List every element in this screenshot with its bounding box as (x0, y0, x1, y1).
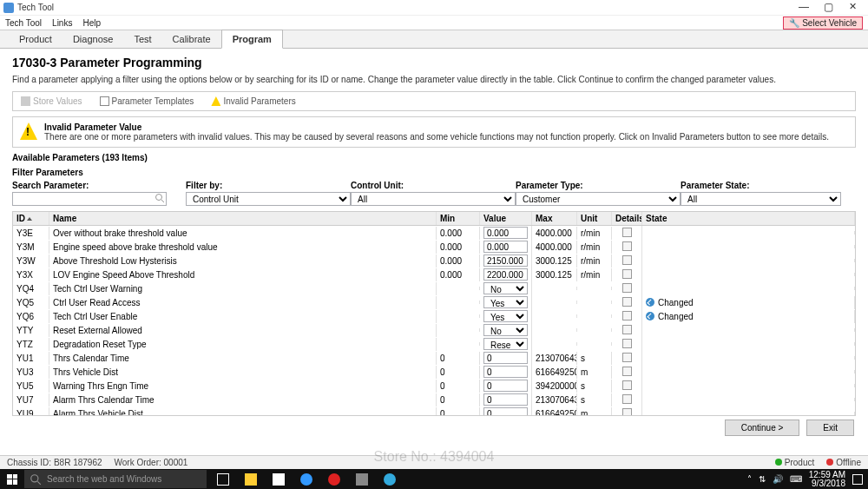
parameter-templates-button[interactable]: Parameter Templates (95, 95, 200, 108)
table-row[interactable]: Y3MEngine speed above brake threshold va… (13, 240, 855, 254)
taskbar-search[interactable]: Search the web and Windows (24, 470, 207, 488)
cell-details[interactable] (612, 226, 642, 241)
col-unit[interactable]: Unit (577, 212, 612, 225)
cell-details[interactable] (612, 254, 642, 268)
table-row[interactable]: Y3EOver without brake threshold value0.0… (13, 226, 855, 240)
tray-keyboard-icon[interactable]: ⌨ (790, 474, 802, 484)
cell-details[interactable] (612, 323, 642, 338)
filterby-select[interactable]: Control Unit (186, 192, 351, 206)
value-input[interactable] (483, 380, 528, 392)
table-row[interactable]: Y3XLOV Engine Speed Above Threshold0.000… (13, 268, 855, 281)
value-select[interactable]: Yes (483, 296, 528, 308)
select-vehicle-button[interactable]: 🔧Select Vehicle (783, 17, 863, 30)
value-input[interactable] (483, 352, 528, 364)
filter-row: Search Parameter: Filter by: Control Uni… (12, 181, 856, 206)
tab-program[interactable]: Program (221, 30, 283, 49)
value-select[interactable]: Reset type : (483, 338, 528, 350)
cell-unit (577, 287, 612, 290)
value-select[interactable]: No (483, 282, 528, 294)
cell-id: YQ4 (13, 282, 49, 295)
cell-details[interactable] (612, 365, 642, 380)
details-icon (622, 339, 632, 348)
cell-details[interactable] (612, 379, 642, 393)
value-input[interactable] (483, 268, 528, 281)
tab-product[interactable]: Product (9, 30, 62, 48)
table-row[interactable]: YTYReset External AllowedNo (13, 323, 855, 337)
cell-details[interactable] (612, 393, 642, 407)
start-button[interactable] (0, 469, 24, 489)
parameter-state-select[interactable]: All (681, 192, 841, 206)
table-row[interactable]: YQ6Tech Ctrl User EnableYesChanged (13, 309, 855, 323)
tray-notifications-icon[interactable] (852, 474, 863, 485)
app-icon-3[interactable] (378, 470, 401, 488)
tab-calibrate[interactable]: Calibrate (162, 30, 221, 48)
search-input[interactable] (12, 192, 167, 206)
task-view-button[interactable] (212, 470, 234, 488)
table-row[interactable]: YU9Alarm Thrs Vehicle Dist0616649250m (13, 406, 855, 415)
tray-chevron-icon[interactable]: ˄ (747, 474, 752, 484)
menu-techtool[interactable]: Tech Tool (5, 18, 42, 28)
tab-test[interactable]: Test (123, 30, 161, 48)
tray-volume-icon[interactable]: 🔊 (773, 474, 783, 484)
value-input[interactable] (483, 241, 528, 253)
cell-details[interactable] (612, 295, 642, 310)
app-icon-2[interactable] (351, 470, 373, 488)
control-unit-select[interactable]: All (351, 192, 516, 206)
windows-icon (7, 474, 17, 485)
value-select[interactable]: Yes (483, 310, 528, 322)
invalid-parameters-button[interactable]: Invalid Parameters (206, 95, 300, 108)
cell-min: 0.000 (437, 254, 480, 268)
cell-id: Y3X (13, 268, 49, 281)
cell-details[interactable] (612, 281, 642, 296)
value-input[interactable] (483, 393, 528, 406)
parameter-type-select[interactable]: Customer (516, 192, 681, 206)
col-max[interactable]: Max (532, 212, 577, 225)
col-details[interactable]: Details (612, 212, 642, 225)
cell-details[interactable] (612, 337, 642, 352)
cell-max: 4000.000 (532, 227, 577, 240)
col-min[interactable]: Min (437, 212, 480, 225)
col-value[interactable]: Value (480, 212, 532, 225)
page-description: Find a parameter applying a filter using… (12, 75, 856, 84)
menu-links[interactable]: Links (52, 18, 72, 28)
tab-diagnose[interactable]: Diagnose (62, 30, 123, 48)
continue-button[interactable]: Continue > (725, 420, 800, 436)
tray-network-icon[interactable]: ⇅ (759, 474, 766, 484)
minimize-button[interactable]: — (792, 1, 816, 15)
cell-details[interactable] (612, 268, 642, 282)
menu-help[interactable]: Help (82, 18, 101, 28)
table-row[interactable]: Y3WAbove Threshold Low Hysterisis0.00030… (13, 254, 855, 268)
tray-clock[interactable]: 12:59 AM9/3/2018 (809, 471, 845, 488)
cell-name: Degradation Reset Type (49, 338, 437, 351)
cell-details[interactable] (612, 351, 642, 366)
app-ie[interactable] (295, 470, 318, 488)
table-row[interactable]: YQ4Tech Ctrl User WarningNo (13, 281, 855, 295)
col-id[interactable]: ID (13, 212, 49, 225)
cell-max (532, 342, 577, 346)
cell-details[interactable] (612, 240, 642, 254)
cell-details[interactable] (612, 406, 642, 416)
table-row[interactable]: YTZDegradation Reset TypeReset type : (13, 337, 855, 351)
table-row[interactable]: YU5Warning Thrs Engn Time0394200000s (13, 379, 855, 393)
app-explorer[interactable] (240, 470, 262, 488)
close-button[interactable]: ✕ (840, 1, 865, 15)
exit-button[interactable]: Exit (806, 420, 854, 436)
store-values-button[interactable]: Store Values (16, 95, 88, 108)
cell-details[interactable] (612, 309, 642, 324)
table-row[interactable]: YU7Alarm Thrs Calendar Time0213070643s (13, 393, 855, 406)
table-row[interactable]: YU1Thrs Calendar Time0213070643s (13, 351, 855, 365)
cell-value[interactable] (480, 406, 532, 415)
col-state[interactable]: State (642, 212, 855, 225)
value-input[interactable] (483, 407, 528, 415)
value-select[interactable]: No (483, 324, 528, 336)
value-input[interactable] (483, 254, 528, 267)
app-icon-1[interactable] (323, 470, 345, 488)
col-name[interactable]: Name (49, 212, 437, 225)
table-row[interactable]: YQ5Ctrl User Read AccessYesChanged (13, 295, 855, 309)
maximize-button[interactable]: ▢ (816, 1, 840, 15)
table-row[interactable]: YU3Thrs Vehicle Dist0616649250m (13, 365, 855, 379)
value-input[interactable] (483, 366, 528, 378)
cell-min (437, 314, 480, 318)
app-store[interactable] (267, 470, 290, 488)
value-input[interactable] (483, 227, 528, 239)
